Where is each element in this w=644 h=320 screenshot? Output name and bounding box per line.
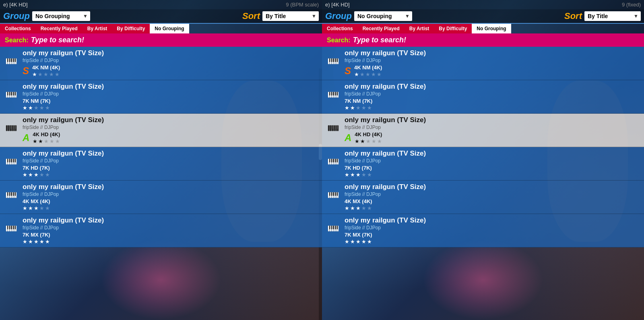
tab-collections[interactable]: Collections	[322, 24, 358, 33]
tab-bar: CollectionsRecently PlayedBy ArtistBy Di…	[0, 23, 322, 33]
panel-title-prefix: e) [4K HD]	[3, 2, 28, 8]
svg-rect-129	[333, 226, 334, 229]
song-diff-row: 7K MX (7K) ★★★★★	[23, 232, 318, 245]
song-list-item[interactable]: only my railgun (TV Size) fripSide // DJ…	[0, 80, 322, 114]
sort-dropdown-wrapper: By Title By Artist By Difficulty By BPM …	[584, 11, 641, 21]
svg-rect-52	[11, 192, 12, 196]
song-piano-icon	[4, 192, 19, 203]
song-list-item[interactable]: only my railgun (TV Size) fripSide // DJ…	[0, 214, 322, 247]
group-dropdown[interactable]: No Grouping By Artist By Difficulty Coll…	[354, 11, 412, 21]
song-list-item[interactable]: only my railgun (TV Size) fripSide // DJ…	[0, 147, 322, 181]
panel-title-suffix: 9 (BPM scale)	[286, 2, 319, 8]
svg-rect-9	[13, 58, 14, 62]
svg-rect-20	[13, 92, 14, 96]
svg-rect-66	[328, 58, 330, 64]
song-list-item[interactable]: only my railgun (TV Size) fripSide // DJ…	[322, 114, 644, 147]
song-diff-row: S 4K NM (4K) ★★★★★	[23, 64, 318, 77]
song-piano-icon	[326, 125, 341, 136]
search-label: Search:	[5, 37, 29, 44]
tab-no-grouping[interactable]: No Grouping	[150, 24, 189, 33]
song-info: only my railgun (TV Size) fripSide // DJ…	[345, 116, 640, 144]
song-info: only my railgun (TV Size) fripSide // DJ…	[23, 183, 318, 211]
svg-rect-10	[15, 58, 16, 62]
group-sort-bar: Group No Grouping By Artist By Difficult…	[322, 9, 644, 23]
sort-dropdown[interactable]: By Title By Artist By Difficulty By BPM	[584, 11, 641, 21]
song-diff-row: 4K MX (4K) ★★★★★	[345, 198, 640, 211]
sort-label: Sort	[564, 11, 582, 21]
svg-rect-77	[328, 92, 330, 98]
svg-rect-50	[7, 192, 8, 196]
tab-by-difficulty[interactable]: By Difficulty	[434, 24, 472, 33]
song-piano-icon	[4, 158, 19, 169]
tab-by-artist[interactable]: By Artist	[405, 24, 434, 33]
tab-collections[interactable]: Collections	[0, 24, 36, 33]
song-stars: ★★★★★	[354, 71, 382, 77]
song-list-item[interactable]: only my railgun (TV Size) fripSide // DJ…	[322, 181, 644, 214]
group-dropdown[interactable]: No Grouping By Artist By Difficulty Coll…	[32, 11, 90, 21]
song-artist: fripSide // DJPop	[345, 191, 640, 197]
song-diff-row: 7K NM (7K) ★★★★★	[23, 98, 318, 111]
song-stars: ★★★★★	[345, 239, 372, 245]
song-diff-row: 4K MX (4K) ★★★★★	[23, 198, 318, 211]
song-title: only my railgun (TV Size)	[23, 183, 318, 191]
song-artist: fripSide // DJPop	[345, 91, 640, 97]
song-title: only my railgun (TV Size)	[23, 150, 318, 158]
song-difficulty: 7K NM (7K)	[23, 98, 50, 104]
song-list-item[interactable]: only my railgun (TV Size) fripSide // DJ…	[322, 80, 644, 114]
song-piano-icon	[4, 225, 19, 236]
svg-rect-94	[329, 125, 330, 129]
group-dropdown-wrapper: No Grouping By Artist By Difficulty Coll…	[354, 11, 412, 21]
svg-rect-119	[335, 192, 336, 196]
song-piano-icon	[4, 125, 19, 136]
svg-rect-17	[7, 92, 8, 96]
svg-rect-131	[337, 226, 338, 229]
svg-rect-7	[9, 58, 10, 62]
svg-rect-43	[15, 159, 16, 162]
song-list-item[interactable]: only my railgun (TV Size) fripSide // DJ…	[322, 47, 644, 80]
group-sort-bar: Group No Grouping By Artist By Difficult…	[0, 9, 322, 23]
svg-rect-18	[9, 92, 10, 96]
svg-rect-108	[335, 159, 336, 162]
song-difficulty: 4K HD (4K)	[355, 131, 382, 137]
song-list-item[interactable]: only my railgun (TV Size) fripSide // DJ…	[0, 181, 322, 214]
svg-rect-95	[331, 125, 332, 129]
tab-by-difficulty[interactable]: By Difficulty	[112, 24, 150, 33]
svg-rect-62	[9, 226, 10, 229]
song-list-item[interactable]: only my railgun (TV Size) fripSide // DJ…	[0, 47, 322, 80]
song-artist: fripSide // DJPop	[23, 191, 318, 197]
svg-rect-19	[11, 92, 12, 96]
svg-rect-42	[13, 159, 14, 162]
song-list-item[interactable]: only my railgun (TV Size) fripSide // DJ…	[322, 214, 644, 247]
tab-recently-played[interactable]: Recently Played	[358, 24, 405, 33]
song-stars: ★★★★★	[23, 172, 50, 178]
svg-rect-65	[15, 226, 16, 229]
svg-rect-98	[337, 125, 338, 129]
song-piano-icon	[326, 225, 341, 236]
song-difficulty: 7K MX (7K)	[23, 232, 50, 238]
svg-rect-75	[335, 58, 336, 62]
song-grade-badge: A	[345, 132, 351, 143]
sort-dropdown-wrapper: By Title By Artist By Difficulty By BPM …	[262, 11, 319, 21]
tab-by-artist[interactable]: By Artist	[83, 24, 112, 33]
song-diff-row: 7K HD (7K) ★★★★★	[345, 165, 640, 178]
song-list: only my railgun (TV Size) fripSide // DJ…	[322, 47, 644, 320]
song-list-item[interactable]: only my railgun (TV Size) fripSide // DJ…	[0, 114, 322, 147]
song-info: only my railgun (TV Size) fripSide // DJ…	[345, 49, 640, 77]
song-piano-icon	[326, 158, 341, 169]
song-info: only my railgun (TV Size) fripSide // DJ…	[23, 150, 318, 178]
tab-no-grouping[interactable]: No Grouping	[472, 24, 511, 33]
song-difficulty: 4K NM (4K)	[32, 64, 60, 71]
tab-recently-played[interactable]: Recently Played	[36, 24, 83, 33]
title-bar: e) [4K HD] 9 (fixed)	[322, 0, 644, 9]
song-list-item[interactable]: only my railgun (TV Size) fripSide // DJ…	[322, 147, 644, 181]
svg-rect-6	[7, 58, 8, 62]
svg-rect-116	[329, 192, 330, 196]
svg-rect-83	[329, 92, 330, 96]
group-label: Group	[325, 11, 352, 21]
song-stars: ★★★★★	[33, 138, 60, 144]
song-title: only my railgun (TV Size)	[345, 83, 640, 91]
svg-rect-32	[15, 125, 16, 129]
svg-rect-0	[6, 58, 8, 64]
song-artist: fripSide // DJPop	[345, 158, 640, 164]
sort-dropdown[interactable]: By Title By Artist By Difficulty By BPM	[262, 11, 319, 21]
